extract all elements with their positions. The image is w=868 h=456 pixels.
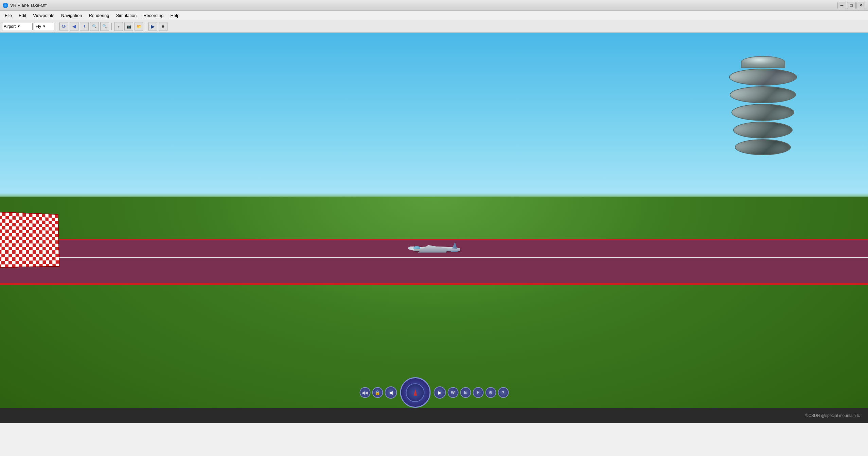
mode-dropdown[interactable]: Fly ▼ [34, 23, 54, 30]
copyright-text: ©CSDN @special mountain lc [805, 413, 860, 418]
menu-recording[interactable]: Recording [140, 12, 167, 19]
checkerboard-flag [0, 212, 60, 268]
hud-help-button[interactable]: ? [498, 387, 509, 398]
close-button[interactable]: ✕ [856, 2, 865, 9]
dropdown-arrow-icon2: ▼ [42, 24, 46, 28]
app-icon [3, 3, 8, 8]
hud-lock-button[interactable]: 🔒 [372, 387, 383, 398]
toolbar-separator-2 [111, 23, 112, 30]
menu-help[interactable]: Help [167, 12, 183, 19]
tower-ring-2 [730, 86, 796, 103]
menu-viewpoints[interactable]: Viewpoints [30, 12, 58, 19]
tower-ring-1 [729, 69, 797, 86]
location-dropdown[interactable]: Airport ▼ [2, 23, 33, 30]
play-button[interactable]: ▶ [148, 22, 157, 31]
title-bar: VR Plane Take-Off ─ □ ✕ [0, 0, 868, 11]
compass-arrow [413, 389, 417, 396]
hud-controls: ◀◀ 🔒 ◀ ▶ W E F ⚙ ? [359, 377, 509, 408]
mode-value: Fly [36, 24, 41, 29]
dropdown-arrow-icon: ▼ [17, 24, 20, 28]
toolbar-separator-1 [57, 23, 57, 30]
stop-button[interactable]: ■ [159, 22, 167, 31]
menu-bar: File Edit Viewpoints Navigation Renderin… [0, 11, 868, 20]
viewpoint-reset-button[interactable]: ⟳ [59, 22, 68, 31]
toolbar-separator-3 [146, 23, 146, 30]
maximize-button[interactable]: □ [847, 2, 856, 9]
hud-f-button[interactable]: F [473, 387, 483, 398]
menu-rendering[interactable]: Rendering [85, 12, 112, 19]
hud-e-button[interactable]: E [460, 387, 471, 398]
runway-edge-bottom [0, 282, 868, 284]
record-button[interactable]: ● [114, 22, 123, 31]
status-bar: ©CSDN @special mountain lc [0, 408, 868, 423]
hud-settings-button[interactable]: ⚙ [485, 387, 496, 398]
tower-ring-5 [735, 139, 791, 155]
menu-edit[interactable]: Edit [15, 12, 30, 19]
hud-right-button[interactable]: ▶ [433, 386, 446, 399]
hud-left-button[interactable]: ◀ [385, 386, 397, 399]
compass-inner [406, 383, 425, 402]
menu-navigation[interactable]: Navigation [58, 12, 85, 19]
window-controls: ─ □ ✕ [837, 2, 865, 9]
menu-simulation[interactable]: Simulation [112, 12, 140, 19]
3d-viewport[interactable]: ◀◀ 🔒 ◀ ▶ W E F ⚙ ? ©CSDN @special mounta… [0, 33, 868, 423]
open-button[interactable]: 📂 [135, 22, 143, 31]
hud-back-button[interactable]: ◀◀ [359, 387, 370, 398]
tower-ring-3 [731, 104, 794, 121]
title-bar-left: VR Plane Take-Off [3, 3, 47, 8]
control-tower [727, 56, 799, 154]
screenshot-button[interactable]: 📷 [124, 22, 133, 31]
tower-dome [741, 56, 785, 68]
hud-compass[interactable] [400, 377, 430, 408]
plane-cockpit [413, 246, 420, 249]
minimize-button[interactable]: ─ [837, 2, 846, 9]
menu-file[interactable]: File [1, 12, 15, 19]
toolbar: Airport ▼ Fly ▼ ⟳ ◀ ⬇ 🔍 🔍 ● 📷 📂 ▶ ■ [0, 20, 868, 33]
location-value: Airport [4, 24, 16, 29]
viewpoint-next-button[interactable]: ⬇ [80, 22, 89, 31]
airplane [408, 240, 462, 259]
viewpoint-prev-button[interactable]: ◀ [70, 22, 78, 31]
zoom-in-button[interactable]: 🔍 [90, 22, 99, 31]
zoom-out-button[interactable]: 🔍 [100, 22, 109, 31]
hud-w-button[interactable]: W [447, 387, 458, 398]
runway-edge-top [0, 239, 868, 240]
window-title: VR Plane Take-Off [10, 3, 47, 8]
tower-ring-4 [733, 122, 793, 139]
